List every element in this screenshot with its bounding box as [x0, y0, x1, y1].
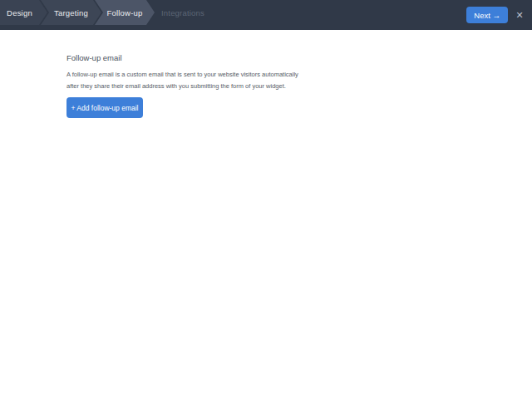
tab-integrations-label: Integrations [161, 8, 204, 17]
follow-up-description: A follow-up email is a custom email that… [66, 69, 532, 92]
tab-targeting-label: Targeting [54, 8, 88, 17]
tab-follow-up[interactable]: Follow-up [95, 0, 155, 25]
description-line-1: A follow-up email is a custom email that… [66, 69, 532, 81]
close-icon[interactable]: ✕ [513, 8, 526, 22]
next-button[interactable]: Next → [466, 7, 508, 23]
wizard-header-bar: Design Targeting Follow-up Integrations … [0, 0, 532, 30]
add-follow-up-email-button[interactable]: + Add follow-up email [66, 97, 143, 118]
page-title: Follow-up email [66, 53, 532, 63]
tab-design-label: Design [7, 8, 32, 17]
tab-design[interactable]: Design [0, 0, 47, 25]
tab-follow-up-label: Follow-up [107, 8, 143, 17]
tab-integrations[interactable]: Integrations [148, 0, 218, 25]
widget-setup-wizard: Design Targeting Follow-up Integrations … [0, 0, 532, 399]
follow-up-panel: Follow-up email A follow-up email is a c… [0, 30, 532, 118]
description-line-2: after they share their email address wit… [66, 81, 532, 92]
tab-targeting[interactable]: Targeting [41, 0, 101, 25]
